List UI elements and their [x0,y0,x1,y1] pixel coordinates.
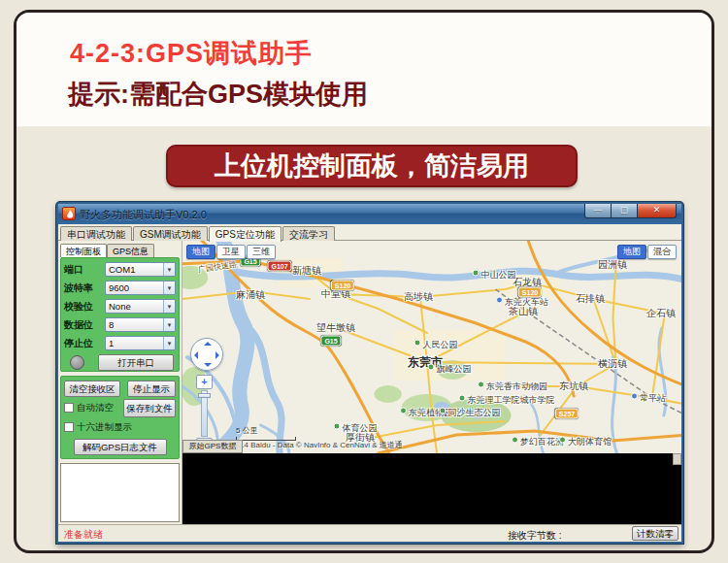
map-label: 东莞理工学院城市学院 [459,394,555,407]
auto-clear-checkbox[interactable]: 自动清空 [64,402,114,414]
minimize-button[interactable]: — [584,204,612,218]
poi-icon [414,340,421,347]
combo-数据位[interactable]: 8▼ [105,317,176,332]
section-subtitle: 提示:需配合GPS模块使用 [68,77,368,112]
pan-down-icon[interactable] [204,363,212,367]
title-block: 4-2-3:GPS调试助手 提示:需配合GPS模块使用 [17,13,711,127]
raw-gps-data-tab[interactable]: 原始GPS数据 [182,440,243,453]
zoom-in-button[interactable]: + [196,375,213,389]
map-label: 中山公园 [473,269,516,282]
maximize-button[interactable]: ▢ [612,204,638,218]
map-label: 梦幻百花洲 [512,436,564,448]
serial-field-row: 数据位8▼ [64,315,176,334]
map-label: 横沥镇 [598,357,627,371]
decode-gps-log-button[interactable]: 解码GPS日志文件 [74,439,167,455]
main-tabstrip: 串口调试功能GSM调试功能GPS定位功能交流学习 [58,224,681,241]
map-label: 石排镇 [576,292,605,306]
road-shield: S120 [518,287,542,298]
chevron-down-icon: ▼ [163,318,175,331]
combo-停止位[interactable]: 1▼ [105,336,176,350]
serial-status-led [70,355,84,370]
side-tab-GPS信息[interactable]: GPS信息 [107,244,154,257]
tab-GPS定位功能[interactable]: GPS定位功能 [209,226,281,242]
window-titlebar[interactable]: 野火多功能调试助手V0.2.0 — ▢ ✕ [58,204,681,224]
map-type-卫星[interactable]: 卫星 [216,245,246,259]
reset-counter-button[interactable]: 计数清零 [632,526,678,541]
map-type-right-混合[interactable]: 混合 [647,245,677,259]
status-ready-text: 准备就绪 [64,528,103,542]
field-label: 数据位 [64,318,105,332]
checkbox-icon [64,403,74,413]
map-scale: 5 公里 [236,425,296,441]
rx-bytes-label: 接收字节数 : [508,529,562,543]
serial-field-row: 校验位None▼ [64,297,176,315]
save-to-file-button[interactable]: 保存到文件 [123,399,176,417]
map-label: 东坑镇 [559,380,588,393]
checkbox-icon [64,422,74,432]
poi-icon [631,393,638,400]
road-shield: G107 [267,261,291,272]
side-tab-控制面板[interactable]: 控制面板 [60,244,107,257]
tab-GSM调试功能[interactable]: GSM调试功能 [133,226,208,241]
road-shield: S120 [331,281,354,291]
map-pan-control[interactable] [190,338,223,371]
pan-right-icon[interactable] [215,351,219,359]
hex-display-checkbox[interactable]: 十六进制显示 [64,421,132,434]
road-shield: S257 [555,409,579,419]
close-button[interactable]: ✕ [638,204,677,218]
window-content: 控制面板GPS信息 端口COM1▼波特率9600▼校验位None▼数据位8▼停止… [58,241,681,524]
poi-icon [478,381,484,388]
pan-left-icon[interactable] [194,351,198,359]
tab-串口调试功能[interactable]: 串口调试功能 [60,226,132,241]
stop-display-button[interactable]: 停止显示 [127,381,176,397]
poi-icon [473,270,480,277]
field-label: 端口 [64,263,105,277]
combo-校验位[interactable]: None▼ [105,299,176,314]
gps-raw-data-console[interactable] [182,453,681,524]
status-bar: 准备就绪 接收字节数 : 计数清零 [58,524,681,542]
map-label: 望牛墩镇 [316,321,355,335]
map-type-三维[interactable]: 三维 [247,245,276,259]
map-label: 广园快速路 [197,259,237,275]
combo-端口[interactable]: COM1▼ [105,262,176,277]
map-attribution: © 2014 Baidu - Data © NavInfo & CenNavi … [223,440,403,450]
poi-icon [428,364,435,371]
window-title: 野火多功能调试助手V0.2.0 [80,208,207,222]
map-type-right-地图[interactable]: 地图 [617,245,646,259]
zoom-slider-thumb[interactable] [198,393,211,398]
map-type-switch-left: 地图卫星三维 [186,245,277,259]
app-flame-icon [62,207,76,220]
poi-icon [459,395,466,402]
promo-banner: 上位机控制面板，简洁易用 [166,145,578,187]
app-window: 野火多功能调试助手V0.2.0 — ▢ ✕ 串口调试功能GSM调试功能GPS定位… [56,202,683,544]
map-label: 旗峰公园 [428,363,472,376]
zoom-slider-track[interactable] [201,390,208,437]
map-column: G15G107S120S120G15S257新塘镇中堂镇麻涌镇高埗镇望牛墩镇园洲… [182,241,681,524]
map-label: 新塘镇 [292,264,321,278]
field-label: 停止位 [64,337,105,350]
console-scrollbar[interactable] [673,453,681,465]
serial-field-row: 端口COM1▼ [64,260,176,279]
section-title: 4-2-3:GPS调试助手 [70,36,313,71]
map-label: 人民公园 [414,339,458,351]
serial-field-row: 波特率9600▼ [64,279,176,297]
map-label: 大朗体育馆 [559,436,612,448]
poi-icon [496,297,503,304]
pan-up-icon[interactable] [204,342,212,346]
open-serial-button[interactable]: 打开串口 [98,354,174,371]
combo-波特率[interactable]: 9600▼ [105,281,176,295]
map-label: 常平站 [631,392,666,405]
page-card: 4-2-3:GPS调试助手 提示:需配合GPS模块使用 上位机控制面板，简洁易用… [14,10,714,553]
map-label: 园洲镇 [598,258,627,272]
chevron-down-icon: ▼ [163,337,175,349]
map-type-地图[interactable]: 地图 [186,245,215,259]
gps-info-listbox[interactable] [60,463,180,522]
receive-controls-group: 清空接收区 停止显示 自动清空 保存到文件 十六进制显示 [60,376,180,459]
map-label: 体育公园 [334,422,378,435]
field-label: 波特率 [64,282,105,295]
clear-receive-button[interactable]: 清空接收区 [64,381,120,397]
baidu-map[interactable]: G15G107S120S120G15S257新塘镇中堂镇麻涌镇高埗镇望牛墩镇园洲… [182,241,681,453]
poi-icon [440,408,447,414]
left-panel: 控制面板GPS信息 端口COM1▼波特率9600▼校验位None▼数据位8▼停止… [58,241,182,524]
tab-交流学习[interactable]: 交流学习 [282,226,335,241]
